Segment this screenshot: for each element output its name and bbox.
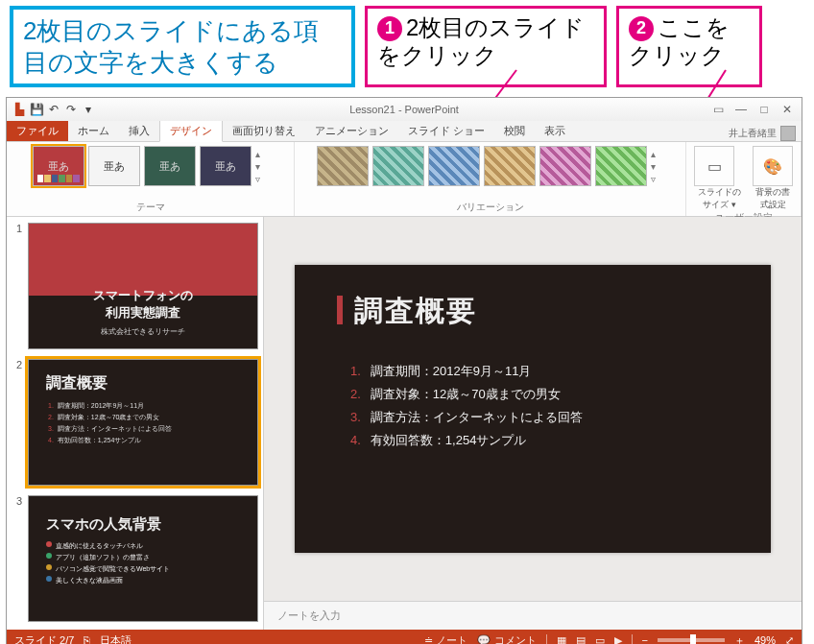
theme-swatch[interactable]: 亜あ	[144, 146, 196, 186]
slide-thumbnail-1[interactable]: スマートフォンの利用実態調査 株式会社できるリサーチ	[28, 223, 258, 349]
slide-body-placeholder[interactable]: 1.調査期間：2012年9月～11月 2.調査対象：12歳～70歳までの男女 3…	[350, 357, 583, 455]
status-comments-button[interactable]: 💬 コメント	[477, 633, 536, 645]
tab-design[interactable]: デザイン	[159, 119, 223, 142]
save-icon[interactable]: 💾	[30, 103, 43, 116]
zoom-level[interactable]: 49%	[754, 634, 776, 644]
thumb-number: 2	[11, 359, 22, 486]
slide-thumbnails-panel: 1 スマートフォンの利用実態調査 株式会社できるリサーチ 2 調査概要 1.調査…	[7, 217, 264, 630]
app-icon: ▙	[12, 103, 26, 116]
themes-scroll-down-icon[interactable]: ▾	[255, 161, 269, 172]
titlebar: ▙ 💾 ↶ ↷ ▾ Lesson21 - PowerPoint ▭ — □ ✕	[7, 98, 802, 121]
variation-swatch[interactable]	[484, 146, 536, 186]
step1-callout: 12枚目のスライドをクリック	[365, 6, 607, 87]
tab-slideshow[interactable]: スライド ショー	[398, 120, 494, 141]
tab-home[interactable]: ホーム	[68, 120, 119, 141]
variations-more-icon[interactable]: ▿	[651, 174, 664, 184]
start-icon[interactable]: ▾	[82, 103, 95, 116]
variations-group-label: バリエーション	[457, 201, 524, 214]
status-slide-number: スライド 2/7	[14, 633, 74, 645]
variation-swatch[interactable]	[539, 146, 591, 186]
variation-swatch[interactable]	[317, 146, 369, 186]
undo-icon[interactable]: ↶	[47, 103, 60, 116]
tab-animations[interactable]: アニメーション	[305, 120, 398, 141]
slide-thumbnail-3[interactable]: スマホの人気背景 直感的に使えるタッチパネル アプリ（追加ソフト）の豊富さ パソ…	[28, 495, 258, 622]
step1-number: 1	[377, 16, 402, 41]
status-language[interactable]: 日本語	[100, 633, 132, 645]
zoom-out-icon[interactable]: −	[642, 634, 648, 644]
thumb-number: 1	[11, 223, 22, 349]
theme-swatch[interactable]: 亜あ	[33, 146, 84, 186]
redo-icon[interactable]: ↷	[64, 103, 78, 116]
tab-transitions[interactable]: 画面切り替え	[223, 120, 305, 141]
status-notes-button[interactable]: ≐ ノート	[424, 633, 467, 645]
fit-to-window-icon[interactable]: ⤢	[785, 634, 794, 645]
theme-swatch[interactable]: 亜あ	[200, 146, 251, 186]
theme-swatch[interactable]: 亜あ	[88, 146, 140, 186]
ribbon-options-icon[interactable]: ▭	[709, 103, 727, 116]
step2-callout: 2ここをクリック	[616, 6, 762, 87]
tab-file[interactable]: ファイル	[7, 120, 68, 141]
step2-number: 2	[629, 16, 654, 41]
variation-swatch[interactable]	[595, 146, 647, 186]
minimize-icon[interactable]: —	[732, 103, 750, 116]
tab-view[interactable]: 表示	[535, 120, 575, 141]
sorter-view-icon[interactable]: ▤	[576, 634, 586, 645]
slideshow-view-icon[interactable]: ▶	[614, 634, 622, 645]
tab-review[interactable]: 校閲	[494, 120, 535, 141]
status-spellcheck-icon[interactable]: ⎘	[84, 634, 90, 644]
variation-swatch[interactable]	[428, 146, 480, 186]
close-icon[interactable]: ✕	[778, 103, 796, 116]
thumb-number: 3	[11, 495, 22, 622]
ribbon-tabs: ファイル ホーム 挿入 デザイン 画面切り替え アニメーション スライド ショー…	[7, 121, 802, 142]
variations-gallery: ▴ ▾ ▿	[317, 146, 664, 186]
maximize-icon[interactable]: □	[755, 103, 773, 116]
zoom-in-icon[interactable]: ＋	[734, 633, 745, 645]
reading-view-icon[interactable]: ▭	[595, 634, 605, 645]
status-bar: スライド 2/7 ⎘ 日本語 ≐ ノート 💬 コメント ▦ ▤ ▭ ▶ − ＋ …	[7, 630, 802, 644]
instruction-callout: 2枚目のスライドにある項目の文字を大きくする	[10, 6, 355, 87]
themes-group-label: テーマ	[136, 201, 165, 214]
notes-pane[interactable]: ノートを入力	[264, 601, 802, 630]
ribbon-design: 亜あ 亜あ 亜あ 亜あ ▴ ▾ ▿ テーマ	[7, 142, 802, 217]
background-format-button[interactable]: 🎨	[753, 146, 793, 186]
tab-insert[interactable]: 挿入	[119, 120, 159, 141]
slide-editor[interactable]: 調査概要 1.調査期間：2012年9月～11月 2.調査対象：12歳～70歳まで…	[295, 265, 771, 553]
variations-scroll-up-icon[interactable]: ▴	[651, 149, 664, 159]
themes-more-icon[interactable]: ▿	[255, 174, 269, 184]
slide-size-button[interactable]: ▭	[694, 146, 734, 186]
slide-thumbnail-2[interactable]: 調査概要 1.調査期間：2012年9月～11月 2.調査対象：12歳～70歳まで…	[28, 359, 258, 486]
themes-scroll-up-icon[interactable]: ▴	[255, 149, 269, 159]
powerpoint-window: ▙ 💾 ↶ ↷ ▾ Lesson21 - PowerPoint ▭ — □ ✕ …	[6, 97, 802, 644]
zoom-slider[interactable]	[658, 638, 725, 642]
signed-in-user[interactable]: 井上香緒里	[729, 126, 802, 141]
variations-scroll-down-icon[interactable]: ▾	[651, 161, 664, 172]
window-title: Lesson21 - PowerPoint	[349, 104, 459, 115]
variation-swatch[interactable]	[372, 146, 424, 186]
avatar	[780, 126, 796, 141]
normal-view-icon[interactable]: ▦	[557, 634, 566, 645]
slide-title[interactable]: 調査概要	[337, 292, 477, 331]
